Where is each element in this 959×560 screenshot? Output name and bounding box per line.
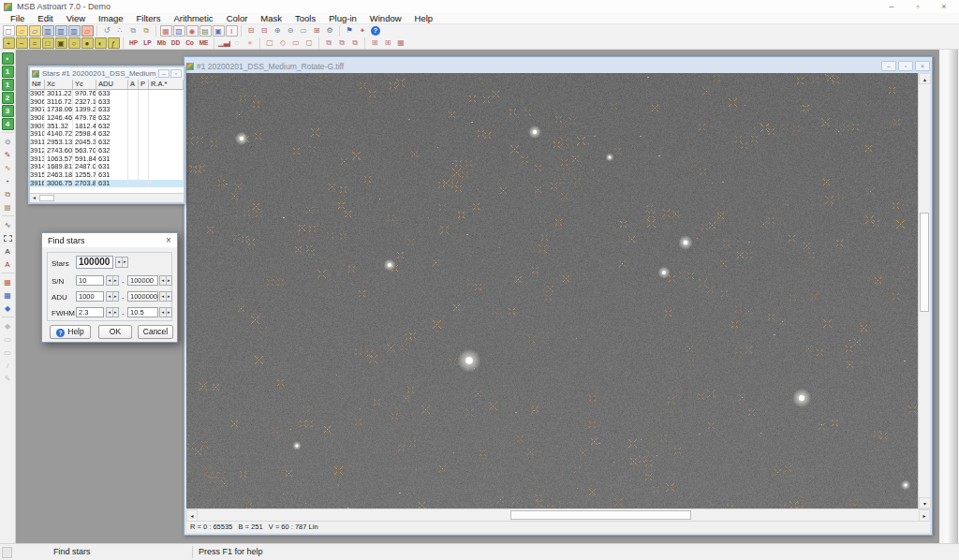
image-info-icon[interactable]: I <box>226 25 238 37</box>
duplicate2-icon[interactable]: ⧉ <box>336 37 348 49</box>
image-close-button[interactable]: × <box>915 61 930 71</box>
settings-gear-icon[interactable]: ⚙ <box>324 25 336 37</box>
adu-max-input[interactable]: 10000000 <box>127 291 158 302</box>
line-gray-icon[interactable]: / <box>2 360 14 372</box>
menu-file[interactable]: File <box>4 13 31 23</box>
help-icon[interactable]: ? <box>370 25 382 37</box>
new-file-icon[interactable]: ▢ <box>3 25 15 37</box>
fwhm-max-spinner[interactable]: ◂▸ <box>159 307 172 317</box>
table-row[interactable]: 39122743.60563.70632 <box>30 147 184 155</box>
stars-minimize-button[interactable]: – <box>158 69 170 78</box>
filter-lp-icon[interactable]: LP <box>140 37 155 49</box>
table-row[interactable]: 39163006.752703.88631 <box>30 180 184 188</box>
menu-arithmetic[interactable]: Arithmetic <box>167 13 219 23</box>
fwhm-max-input[interactable]: 10.5 <box>127 307 158 317</box>
comment-icon[interactable]: ▭ <box>298 25 310 37</box>
dialog-close-icon[interactable]: × <box>160 233 177 247</box>
vis-fillbox-icon[interactable]: ▣ <box>55 37 67 49</box>
dialog-titlebar[interactable]: Find stars × <box>42 233 177 247</box>
column-header-p[interactable]: P <box>139 80 149 89</box>
sn-max-input[interactable]: 100000 <box>127 275 158 286</box>
image-minimize-button[interactable]: – <box>881 61 896 71</box>
zoom-3-icon[interactable]: 3 <box>2 105 14 117</box>
image-horizontal-scrollbar[interactable]: ◂ ▸ <box>186 508 930 521</box>
table-grid-icon[interactable]: ⊞ <box>382 37 394 49</box>
pen-icon[interactable]: ✎ <box>2 149 14 161</box>
save-as-icon[interactable]: ▥ <box>55 25 67 37</box>
column-header-yc[interactable]: Yc <box>73 80 96 89</box>
column-header-xc[interactable]: Xc <box>45 80 73 89</box>
scroll-down-icon[interactable]: ▾ <box>919 497 931 508</box>
image-rotate-icon[interactable]: ◉ <box>186 25 199 37</box>
select-ellipse-icon[interactable]: ◇ <box>277 37 289 49</box>
menu-help[interactable]: Help <box>408 13 440 23</box>
save-icon[interactable]: ▥ <box>42 25 54 37</box>
flat-field-icon[interactable]: ▦ <box>2 201 14 214</box>
layers-icon[interactable]: ⧉ <box>2 188 14 200</box>
menu-tools[interactable]: Tools <box>288 13 322 23</box>
filter-dd-icon[interactable]: DD <box>169 37 183 49</box>
open-icon[interactable]: ▱ <box>16 25 28 37</box>
filter-me-icon[interactable]: ME <box>197 37 211 49</box>
vis-dot-icon[interactable]: ● <box>81 37 94 49</box>
table-row[interactable]: 39131063.57591.84631 <box>30 155 184 164</box>
stars-input[interactable]: 100000 <box>76 256 113 269</box>
menu-color[interactable]: Color <box>220 13 255 23</box>
duplicate3-icon[interactable]: ⧉ <box>349 37 361 49</box>
table-row[interactable]: 39112953.132045.36632 <box>30 139 184 147</box>
table-row[interactable]: 39053011.22970.76633 <box>30 90 184 98</box>
image-resize-icon[interactable]: ▦ <box>160 25 172 37</box>
table-row[interactable]: 39141689.812487.05631 <box>30 163 184 171</box>
star-pick-icon[interactable]: ⊙ <box>2 136 14 148</box>
column-header-adu[interactable]: ADU <box>96 80 128 89</box>
column-header-a[interactable]: A <box>128 80 139 89</box>
title-bar[interactable]: MSB Astroart 7.0 - Demo – ▫ × <box>0 0 959 13</box>
filter-mb-icon[interactable]: Mb <box>155 37 169 49</box>
stars-window-titlebar[interactable]: Stars #1 20200201_DSS_Medium_Rota... – ▫ <box>30 67 184 80</box>
profile-icon[interactable]: ∿ <box>2 162 14 174</box>
duplicate-icon[interactable]: ⧉ <box>323 37 335 49</box>
image-vertical-scrollbar[interactable]: ▴ ▾ <box>918 73 930 508</box>
vis-minus-icon[interactable]: − <box>16 37 28 49</box>
filter-co-icon[interactable]: Co <box>183 37 197 49</box>
table-split-icon[interactable]: ⊞ <box>369 37 381 49</box>
drop-gray-icon[interactable]: ◆ <box>2 320 14 332</box>
image-crop-icon[interactable]: ▧ <box>173 25 185 37</box>
copy-icon[interactable]: ⧉ <box>127 25 140 37</box>
paste-icon[interactable]: ⧉ <box>140 25 153 37</box>
select-round-icon[interactable]: ▭ <box>290 37 302 49</box>
stars-restore-button[interactable]: ▫ <box>170 69 182 78</box>
zoom-out-icon[interactable]: ⊖ <box>285 25 297 37</box>
find-stars-icon[interactable]: ⌖ <box>357 25 369 37</box>
zoom-in-icon[interactable]: ⊕ <box>272 25 284 37</box>
mosaic-icon[interactable]: ▦ <box>2 276 14 288</box>
stars-scroll-thumb[interactable] <box>39 195 54 201</box>
menu-plug-in[interactable]: Plug-in <box>322 13 363 23</box>
tile-windows-icon[interactable]: ⊞ <box>311 25 323 37</box>
horizontal-scroll-thumb[interactable] <box>510 510 691 520</box>
table-row[interactable]: 39081246.46479.78632 <box>30 114 184 123</box>
vis-gamma-icon[interactable]: ƒ <box>108 37 120 49</box>
scroll-up-icon[interactable]: ▴ <box>919 73 931 84</box>
cancel-button[interactable]: Cancel <box>138 325 173 339</box>
adu-max-spinner[interactable]: ◂▸ <box>159 291 172 302</box>
zoom-1-icon[interactable]: 1 <box>2 66 14 78</box>
zoom-1b-icon[interactable]: 1 <box>2 79 14 91</box>
table-row[interactable]: 39104140.722598.42632 <box>30 130 184 139</box>
vertical-scroll-thumb[interactable] <box>920 213 929 312</box>
sn-min-input[interactable]: 10 <box>76 275 104 286</box>
text-red-icon[interactable]: A <box>2 258 14 271</box>
vis-half-icon[interactable]: ◐ <box>95 37 107 49</box>
vis-circle-icon[interactable]: ○ <box>68 37 81 49</box>
stars-horizontal-scrollbar[interactable]: ◂ <box>30 193 184 202</box>
sn-min-spinner[interactable]: ◂▸ <box>106 275 119 286</box>
adu-min-spinner[interactable]: ◂▸ <box>106 291 119 302</box>
image-view-icon[interactable]: ▣ <box>213 25 225 37</box>
menu-image[interactable]: Image <box>92 13 129 23</box>
fwhm-min-spinner[interactable]: ◂▸ <box>106 307 119 317</box>
zoom-2-icon[interactable]: 2 <box>2 92 14 104</box>
column-header-n[interactable]: N# <box>30 80 45 89</box>
zoom-fit-icon[interactable]: ▪ <box>2 52 14 65</box>
window-min2-icon[interactable]: ⊟ <box>258 25 271 37</box>
sn-max-spinner[interactable]: ◂▸ <box>159 275 172 286</box>
